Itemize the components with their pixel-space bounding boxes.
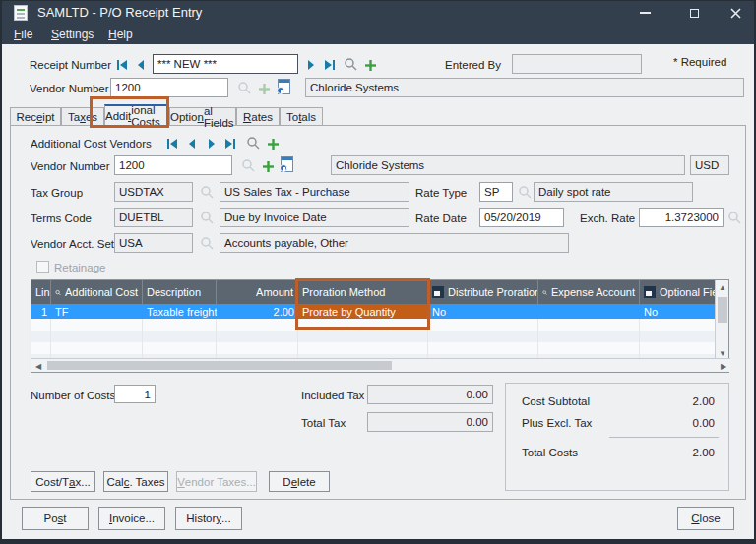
rate-type-desc-field: Daily spot rate — [534, 182, 693, 202]
receipt-number-input[interactable]: *** NEW *** — [153, 54, 298, 74]
scroll-up-icon[interactable]: ▲ — [716, 280, 729, 294]
delete-button[interactable]: Delete — [269, 471, 330, 492]
col-expense-account[interactable]: Expense Account — [538, 280, 640, 304]
cell-distribute-proration[interactable]: No — [428, 304, 538, 319]
horizontal-scroll-thumb[interactable] — [47, 361, 392, 370]
plus-excl-tax-value: 0.00 — [693, 417, 715, 429]
currency-field: USD — [690, 155, 729, 175]
cost-tax-button[interactable]: Cost/Tax... — [31, 471, 95, 492]
cell-description[interactable]: Taxable freight — [143, 304, 217, 319]
col-amount: Amount — [217, 280, 298, 304]
tab-receipt[interactable]: Receipt — [10, 107, 61, 126]
cell-optional-fields[interactable]: No — [640, 304, 715, 319]
rate-type-input[interactable]: SP — [479, 182, 513, 202]
grid-empty-row — [32, 331, 715, 342]
cell-line[interactable]: 1 — [32, 304, 51, 319]
tab-additional-costs[interactable]: Additional Costs — [104, 104, 169, 126]
invoice-button[interactable]: Invoice... — [98, 507, 165, 530]
maximize-icon — [690, 9, 699, 18]
total-tax-label: Total Tax — [301, 413, 346, 433]
vendor-number-label: Vendor Number — [30, 79, 109, 98]
vendor-acct-set-label: Vendor Acct. Set — [31, 234, 114, 254]
cell-amount[interactable]: 2.00 — [217, 304, 298, 319]
calc-taxes-button[interactable]: Calc. Taxes — [103, 471, 168, 492]
tab-taxes[interactable]: Taxes — [61, 107, 104, 126]
tab-optional-fields[interactable]: Optional Fields — [169, 107, 236, 126]
tab-rates[interactable]: Rates — [236, 107, 280, 126]
menu-settings[interactable]: Settings — [51, 28, 94, 41]
first-record-icon[interactable] — [114, 57, 130, 73]
cost-vendor-drilldown-icon[interactable] — [279, 156, 294, 172]
cell-expense-account[interactable] — [538, 304, 640, 319]
last-record-icon[interactable] — [321, 57, 337, 73]
vendor-finder-icon-disabled — [236, 80, 252, 95]
menu-bar: File Settings Help — [0, 26, 756, 44]
entered-by-field — [512, 54, 642, 74]
scroll-right-icon[interactable]: ▶ — [717, 359, 730, 373]
entered-by-label: Entered By — [445, 55, 501, 75]
additional-cost-vendors-label: Additional Cost Vendors — [31, 134, 152, 153]
rate-date-input[interactable]: 05/20/2019 — [479, 208, 564, 227]
cell-additional-cost[interactable]: TF — [51, 304, 143, 319]
terms-desc-field: Due by Invoice Date — [220, 208, 410, 227]
history-button[interactable]: History... — [175, 507, 242, 530]
new-receipt-icon[interactable] — [362, 57, 378, 73]
col-additional-cost[interactable]: Additional Cost — [51, 280, 143, 304]
tab-totals[interactable]: Totals — [280, 107, 323, 126]
vendors-add-icon[interactable] — [265, 136, 281, 151]
vendor-taxes-button: Vendor Taxes... — [176, 471, 257, 492]
window-border — [0, 539, 756, 544]
totals-divider — [609, 437, 719, 438]
po-receipt-entry-window: SAMLTD - P/O Receipt Entry File Settings… — [0, 0, 756, 544]
vertical-scroll-thumb[interactable] — [718, 297, 727, 323]
cost-vendor-number-label: Vendor Number — [31, 156, 110, 176]
vendor-number-input[interactable]: 1200 — [110, 78, 228, 97]
next-record-icon[interactable] — [303, 57, 319, 73]
exch-rate-input[interactable]: 1.3723000 — [639, 208, 724, 227]
cell-proration-method[interactable]: Prorate by Quantity — [298, 304, 428, 319]
grid-vertical-scrollbar[interactable]: ▲ ▼ — [715, 280, 728, 360]
maximize-button[interactable] — [677, 0, 711, 26]
prev-record-icon[interactable] — [133, 57, 149, 73]
minimize-button[interactable] — [628, 0, 662, 26]
cost-vendor-name-field: Chloride Systems — [331, 155, 685, 175]
close-window-button[interactable] — [719, 0, 752, 26]
vendors-next-icon[interactable] — [204, 136, 220, 151]
menu-help[interactable]: Help — [108, 28, 133, 41]
cost-vendor-add-icon[interactable] — [260, 158, 276, 174]
receipt-finder-icon[interactable] — [343, 56, 358, 72]
col-proration-method: Proration Method — [298, 280, 428, 304]
close-button[interactable]: Close — [677, 507, 734, 530]
col-description: Description — [143, 280, 217, 304]
additional-costs-grid: Lin... Additional Cost Description Amoun… — [31, 279, 729, 373]
vendors-prev-icon[interactable] — [184, 136, 200, 151]
vendors-last-icon[interactable] — [221, 136, 237, 151]
vendors-finder-icon[interactable] — [245, 135, 261, 151]
exch-rate-finder-icon — [726, 210, 742, 225]
vendors-first-icon[interactable] — [164, 136, 180, 151]
cost-vendor-number-input[interactable]: 1200 — [114, 155, 232, 175]
app-icon — [14, 5, 28, 21]
scroll-left-icon[interactable]: ◀ — [32, 359, 45, 373]
grid-horizontal-scrollbar[interactable]: ◀ ▶ — [32, 358, 730, 372]
total-costs-value: 2.00 — [693, 447, 715, 458]
col-distribute-proration[interactable]: Distribute Proration — [428, 280, 538, 304]
number-of-costs-label: Number of Costs — [31, 386, 115, 405]
window-title: SAMLTD - P/O Receipt Entry — [37, 5, 202, 20]
col-optional-fields[interactable]: Optional Fields — [640, 280, 715, 304]
menu-file[interactable]: File — [14, 28, 32, 41]
new-vendor-icon-disabled — [256, 81, 272, 96]
detail-zoom-icon — [644, 286, 656, 298]
window-border — [0, 0, 756, 1]
detail-zoom-icon — [432, 286, 444, 298]
grid-header-row: Lin... Additional Cost Description Amoun… — [32, 280, 715, 304]
terms-finder-icon — [199, 210, 215, 225]
exch-rate-label: Exch. Rate — [580, 209, 635, 228]
post-button[interactable]: Post — [22, 507, 89, 530]
grid-row-selected[interactable]: 1 TF Taxable freight 2.00 Prorate by Qua… — [32, 304, 715, 319]
minimize-icon — [640, 12, 651, 14]
vendor-drilldown-icon[interactable] — [276, 79, 291, 94]
additional-costs-panel: Additional Cost Vendors Vendor Number 12… — [10, 125, 746, 500]
rate-type-finder-icon — [517, 184, 533, 200]
cost-vendor-finder-icon — [240, 157, 256, 173]
